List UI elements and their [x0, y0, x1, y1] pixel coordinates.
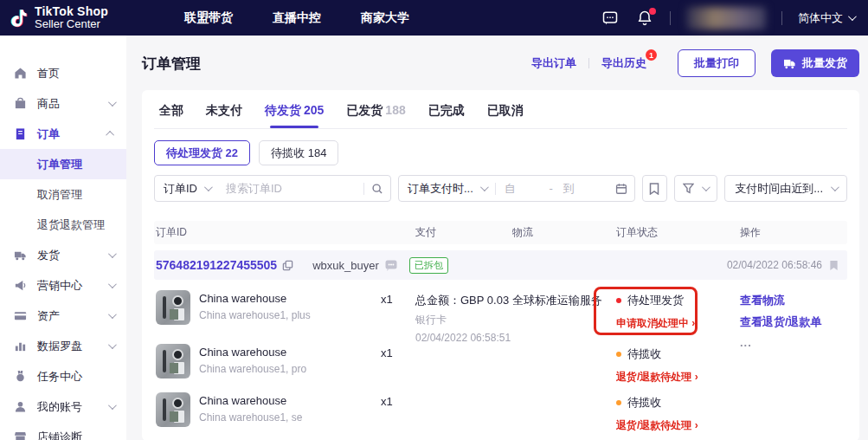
filter-dropdown[interactable]	[674, 175, 717, 202]
main-content: 订单管理 导出订单 导出历史 1 批量打印 批量发货 全部 未支付 待发货205…	[126, 36, 868, 440]
view-return-refund-link[interactable]: 查看退货/退款单	[740, 314, 847, 330]
bookmark-icon[interactable]	[829, 260, 839, 271]
col-status: 订单状态	[616, 225, 740, 240]
quantity: x1	[381, 290, 415, 306]
return-refund-pending-link[interactable]: 退货/退款待处理 ›	[616, 418, 740, 433]
product-name: China warehouse	[199, 394, 302, 407]
more-actions[interactable]: ...	[740, 336, 847, 349]
product-icon	[14, 97, 27, 110]
col-payment: 支付	[415, 225, 512, 240]
status-text: 待揽收	[627, 395, 661, 411]
avatar[interactable]	[686, 7, 766, 29]
order-tabs: 全部 未支付 待发货205 已发货188 已完成 已取消	[154, 90, 847, 129]
topbar: TikTok Shop Seller Center 联盟带货 直播中控 商家大学…	[0, 0, 868, 36]
truck-icon	[14, 249, 27, 262]
nav-live-control[interactable]: 直播中控	[273, 10, 321, 26]
card-icon	[14, 309, 27, 322]
order-item-row: China warehouse China warehouse1, se x1 …	[154, 382, 847, 436]
return-refund-pending-link[interactable]: 退货/退款待处理 ›	[616, 370, 740, 385]
product-image[interactable]	[156, 344, 190, 379]
message-icon[interactable]	[601, 9, 620, 28]
shop-icon	[14, 430, 27, 440]
sidebar-item-shipping[interactable]: 发货	[0, 240, 126, 270]
top-navigation: 联盟带货 直播中控 商家大学	[184, 10, 409, 26]
tab-all[interactable]: 全部	[159, 103, 183, 128]
tab-cancelled[interactable]: 已取消	[487, 103, 524, 128]
chevron-down-icon	[848, 12, 857, 21]
product-name: China warehouse	[199, 346, 306, 359]
sidebar-item-home[interactable]: 首页	[0, 58, 126, 88]
date-to-input[interactable]: 到	[553, 181, 608, 197]
divider	[781, 11, 782, 25]
search-icon[interactable]	[364, 183, 390, 195]
chart-icon	[14, 340, 27, 353]
col-order-id: 订单ID	[154, 225, 415, 240]
date-from-input[interactable]: 自	[496, 181, 550, 197]
sidebar-item-products[interactable]: 商品	[0, 88, 126, 119]
product-image[interactable]	[156, 392, 190, 427]
search-group: 订单ID	[154, 175, 391, 202]
cancel-request-link[interactable]: 申请取消处理中 ›	[616, 316, 740, 331]
tab-unpaid[interactable]: 未支付	[206, 103, 242, 128]
chip-to-collect[interactable]: 待揽收 184	[259, 140, 338, 165]
sidebar-item-cancel-management[interactable]: 取消管理	[0, 179, 126, 210]
tab-completed[interactable]: 已完成	[428, 103, 465, 128]
pay-amount: GBP 0.03	[460, 294, 509, 307]
sidebar-item-analytics[interactable]: 数据罗盘	[0, 331, 126, 361]
batch-print-button[interactable]: 批量打印	[678, 49, 755, 77]
product-image[interactable]	[156, 290, 190, 325]
tab-to-ship[interactable]: 待发货205	[265, 103, 324, 128]
sidebar-item-assets[interactable]: 资产	[0, 301, 126, 331]
col-logistics: 物流	[512, 225, 616, 240]
nav-affiliate[interactable]: 联盟带货	[184, 10, 233, 26]
home-icon	[14, 67, 27, 80]
divider	[670, 11, 671, 25]
export-history-link[interactable]: 导出历史 1	[601, 55, 646, 71]
pay-time-type-dropdown[interactable]: 订单支付时...	[399, 181, 495, 197]
sidebar-item-task-center[interactable]: 任务中心	[0, 361, 126, 391]
sidebar-item-return-refund[interactable]: 退货退款管理	[0, 210, 126, 240]
sidebar-item-order-management[interactable]: 订单管理	[0, 149, 126, 179]
pay-method: 银行卡	[415, 313, 512, 327]
chevron-down-icon	[831, 183, 839, 191]
calendar-icon[interactable]	[608, 183, 634, 195]
logistics-service: 全球标准运输服务	[512, 290, 616, 308]
order-group-header: 576482191227455505 wbxuk_buyer 已拆包 02/04…	[154, 250, 847, 280]
status-dot	[616, 400, 621, 405]
user-icon	[14, 400, 27, 413]
batch-ship-button[interactable]: 批量发货	[771, 49, 859, 77]
bell-icon[interactable]	[635, 9, 654, 28]
sidebar-item-orders[interactable]: 订单	[0, 119, 126, 149]
chip-to-process[interactable]: 待处理发货 22	[154, 140, 250, 165]
table-header: 订单ID 支付 物流 订单状态 操作	[154, 221, 847, 244]
sidebar-item-shop-diagnosis[interactable]: 店铺诊断	[0, 422, 126, 440]
status-dot	[616, 352, 621, 357]
status-text: 待揽收	[627, 346, 661, 362]
order-id-link[interactable]: 576482191227455505	[156, 258, 277, 272]
view-logistics-link[interactable]: 查看物流	[740, 293, 847, 308]
chat-icon[interactable]	[385, 260, 397, 271]
status-text: 待处理发货	[627, 293, 684, 308]
funnel-icon	[683, 183, 694, 194]
language-selector[interactable]: 简体中文	[798, 10, 854, 26]
sort-dropdown[interactable]: 支付时间由近到...	[724, 175, 847, 202]
chevron-down-icon	[108, 310, 117, 319]
chevron-down-icon	[108, 249, 117, 258]
search-type-dropdown[interactable]: 订单ID	[155, 181, 219, 197]
tab-shipped[interactable]: 已发货188	[346, 103, 405, 128]
export-orders-link[interactable]: 导出订单	[531, 55, 576, 71]
status-chips: 待处理发货 22 待揽收 184	[154, 140, 847, 165]
sidebar-item-marketing[interactable]: 营销中心	[0, 270, 126, 301]
tiktok-shop-logo[interactable]: TikTok Shop Seller Center	[9, 5, 108, 31]
nav-seller-academy[interactable]: 商家大学	[361, 10, 409, 26]
pay-time: 02/04/2022 06:58:51	[415, 332, 512, 344]
sidebar-item-my-account[interactable]: 我的账号	[0, 391, 126, 422]
order-time: 02/04/2022 06:58:46	[727, 259, 822, 271]
quantity: x1	[381, 344, 415, 359]
order-card: 全部 未支付 待发货205 已发货188 已完成 已取消 待处理发货 22 待揽…	[142, 90, 859, 440]
saved-filter-button[interactable]	[642, 175, 667, 202]
search-input[interactable]	[219, 182, 363, 195]
notification-dot	[649, 8, 656, 15]
copy-icon[interactable]	[282, 260, 293, 271]
chevron-down-icon	[108, 401, 117, 410]
